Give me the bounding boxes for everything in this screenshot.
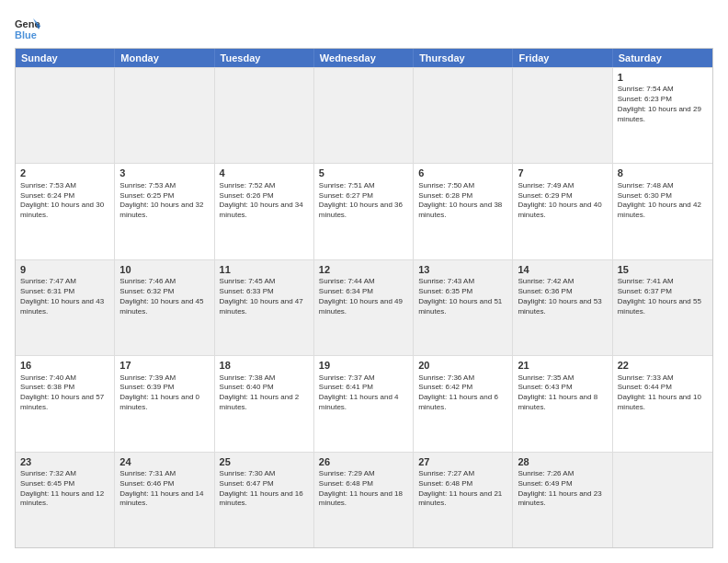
day-info: Sunrise: 7:33 AM Sunset: 6:44 PM Dayligh… [618,373,708,413]
calendar-row-1: 2Sunrise: 7:53 AM Sunset: 6:24 PM Daylig… [16,163,712,259]
day-number: 15 [618,263,708,276]
empty-cell-0-5 [513,68,612,163]
day-cell-24: 24Sunrise: 7:31 AM Sunset: 6:46 PM Dayli… [115,453,214,547]
day-info: Sunrise: 7:52 AM Sunset: 6:26 PM Dayligh… [220,181,309,221]
header: General Blue [15,15,713,40]
calendar-row-3: 16Sunrise: 7:40 AM Sunset: 6:38 PM Dayli… [16,355,712,451]
day-number: 23 [20,455,109,468]
header-day-tuesday: Tuesday [215,49,314,67]
day-cell-22: 22Sunrise: 7:33 AM Sunset: 6:44 PM Dayli… [613,356,712,451]
empty-cell-0-0 [16,68,115,163]
header-day-saturday: Saturday [613,49,712,67]
day-cell-28: 28Sunrise: 7:26 AM Sunset: 6:49 PM Dayli… [513,453,612,547]
header-day-thursday: Thursday [414,49,513,67]
day-info: Sunrise: 7:31 AM Sunset: 6:46 PM Dayligh… [119,469,209,509]
day-number: 14 [518,263,607,276]
day-info: Sunrise: 7:44 AM Sunset: 6:34 PM Dayligh… [319,277,408,316]
day-info: Sunrise: 7:49 AM Sunset: 6:29 PM Dayligh… [518,181,607,221]
day-number: 6 [418,167,507,179]
day-number: 24 [119,455,209,468]
calendar-header: SundayMondayTuesdayWednesdayThursdayFrid… [16,49,712,67]
day-cell-17: 17Sunrise: 7:39 AM Sunset: 6:39 PM Dayli… [115,356,214,451]
day-cell-4: 4Sunrise: 7:52 AM Sunset: 6:26 PM Daylig… [215,164,314,259]
day-number: 18 [220,359,309,372]
day-info: Sunrise: 7:48 AM Sunset: 6:30 PM Dayligh… [618,181,708,221]
calendar-body: 1Sunrise: 7:54 AM Sunset: 6:23 PM Daylig… [16,67,712,547]
day-info: Sunrise: 7:38 AM Sunset: 6:40 PM Dayligh… [220,373,309,413]
header-day-monday: Monday [115,49,214,67]
day-cell-15: 15Sunrise: 7:41 AM Sunset: 6:37 PM Dayli… [613,260,712,355]
day-number: 1 [618,71,708,84]
day-info: Sunrise: 7:53 AM Sunset: 6:24 PM Dayligh… [20,181,109,221]
day-cell-27: 27Sunrise: 7:27 AM Sunset: 6:48 PM Dayli… [414,453,513,547]
day-cell-3: 3Sunrise: 7:53 AM Sunset: 6:25 PM Daylig… [115,164,214,259]
day-info: Sunrise: 7:45 AM Sunset: 6:33 PM Dayligh… [220,277,309,316]
day-number: 27 [418,455,507,468]
day-number: 17 [119,359,209,372]
header-day-friday: Friday [513,49,612,67]
day-cell-5: 5Sunrise: 7:51 AM Sunset: 6:27 PM Daylig… [314,164,414,259]
day-cell-13: 13Sunrise: 7:43 AM Sunset: 6:35 PM Dayli… [414,260,513,355]
day-number: 7 [518,167,607,179]
day-cell-6: 6Sunrise: 7:50 AM Sunset: 6:28 PM Daylig… [414,164,513,259]
day-info: Sunrise: 7:30 AM Sunset: 6:47 PM Dayligh… [220,469,309,509]
day-number: 2 [20,167,109,179]
empty-cell-4-6 [613,453,712,547]
svg-text:Blue: Blue [15,29,37,40]
day-cell-9: 9Sunrise: 7:47 AM Sunset: 6:31 PM Daylig… [16,260,115,355]
empty-cell-0-3 [314,68,414,163]
day-cell-2: 2Sunrise: 7:53 AM Sunset: 6:24 PM Daylig… [16,164,115,259]
day-number: 10 [119,263,209,276]
day-number: 12 [319,263,408,276]
calendar-row-0: 1Sunrise: 7:54 AM Sunset: 6:23 PM Daylig… [16,67,712,163]
day-number: 26 [319,455,408,468]
logo: General Blue [15,15,44,40]
day-info: Sunrise: 7:32 AM Sunset: 6:45 PM Dayligh… [20,469,109,509]
day-cell-16: 16Sunrise: 7:40 AM Sunset: 6:38 PM Dayli… [16,356,115,451]
calendar: SundayMondayTuesdayWednesdayThursdayFrid… [15,48,713,548]
day-cell-14: 14Sunrise: 7:42 AM Sunset: 6:36 PM Dayli… [513,260,612,355]
day-info: Sunrise: 7:39 AM Sunset: 6:39 PM Dayligh… [119,373,209,413]
day-cell-21: 21Sunrise: 7:35 AM Sunset: 6:43 PM Dayli… [513,356,612,451]
day-info: Sunrise: 7:47 AM Sunset: 6:31 PM Dayligh… [20,277,109,316]
day-cell-20: 20Sunrise: 7:36 AM Sunset: 6:42 PM Dayli… [414,356,513,451]
day-cell-11: 11Sunrise: 7:45 AM Sunset: 6:33 PM Dayli… [215,260,314,355]
day-info: Sunrise: 7:29 AM Sunset: 6:48 PM Dayligh… [319,469,408,509]
day-info: Sunrise: 7:26 AM Sunset: 6:49 PM Dayligh… [518,469,607,509]
day-cell-26: 26Sunrise: 7:29 AM Sunset: 6:48 PM Dayli… [314,453,414,547]
day-cell-1: 1Sunrise: 7:54 AM Sunset: 6:23 PM Daylig… [613,68,712,163]
logo-icon: General Blue [15,15,40,40]
day-number: 3 [119,167,209,179]
day-cell-25: 25Sunrise: 7:30 AM Sunset: 6:47 PM Dayli… [215,453,314,547]
day-number: 19 [319,359,408,372]
empty-cell-0-4 [414,68,513,163]
day-number: 20 [418,359,507,372]
empty-cell-0-1 [115,68,214,163]
day-number: 13 [418,263,507,276]
day-number: 28 [518,455,607,468]
day-number: 9 [20,263,109,276]
day-number: 21 [518,359,607,372]
day-number: 4 [220,167,309,179]
day-info: Sunrise: 7:50 AM Sunset: 6:28 PM Dayligh… [418,181,507,221]
empty-cell-0-2 [215,68,314,163]
day-number: 8 [618,167,708,179]
day-cell-23: 23Sunrise: 7:32 AM Sunset: 6:45 PM Dayli… [16,453,115,547]
day-cell-7: 7Sunrise: 7:49 AM Sunset: 6:29 PM Daylig… [513,164,612,259]
day-cell-18: 18Sunrise: 7:38 AM Sunset: 6:40 PM Dayli… [215,356,314,451]
day-number: 25 [220,455,309,468]
day-info: Sunrise: 7:27 AM Sunset: 6:48 PM Dayligh… [418,469,507,509]
calendar-row-4: 23Sunrise: 7:32 AM Sunset: 6:45 PM Dayli… [16,452,712,547]
day-cell-8: 8Sunrise: 7:48 AM Sunset: 6:30 PM Daylig… [613,164,712,259]
day-info: Sunrise: 7:43 AM Sunset: 6:35 PM Dayligh… [418,277,507,316]
header-day-sunday: Sunday [16,49,115,67]
day-info: Sunrise: 7:35 AM Sunset: 6:43 PM Dayligh… [518,373,607,413]
day-info: Sunrise: 7:37 AM Sunset: 6:41 PM Dayligh… [319,373,408,413]
day-info: Sunrise: 7:42 AM Sunset: 6:36 PM Dayligh… [518,277,607,316]
day-info: Sunrise: 7:36 AM Sunset: 6:42 PM Dayligh… [418,373,507,413]
day-info: Sunrise: 7:54 AM Sunset: 6:23 PM Dayligh… [618,85,708,124]
day-info: Sunrise: 7:53 AM Sunset: 6:25 PM Dayligh… [119,181,209,221]
day-cell-12: 12Sunrise: 7:44 AM Sunset: 6:34 PM Dayli… [314,260,414,355]
day-cell-10: 10Sunrise: 7:46 AM Sunset: 6:32 PM Dayli… [115,260,214,355]
day-info: Sunrise: 7:46 AM Sunset: 6:32 PM Dayligh… [119,277,209,316]
